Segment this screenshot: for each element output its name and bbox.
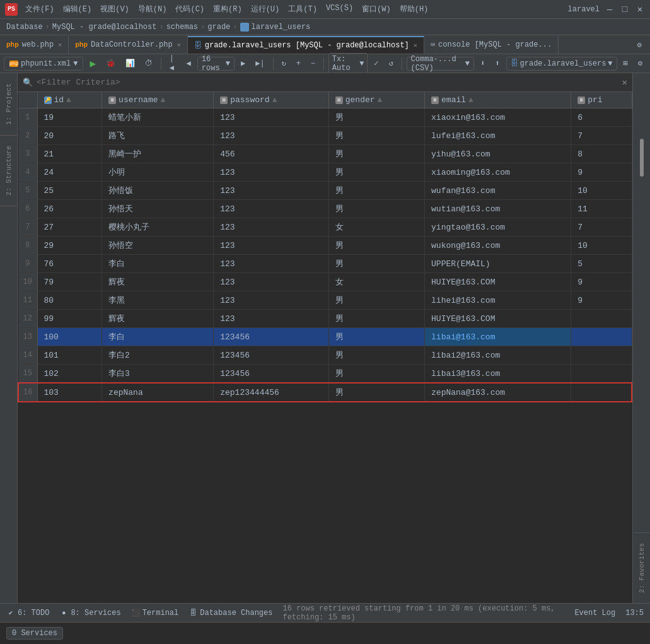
table-row[interactable]: 16103zepNanazep123444456男zepNana@163.com (18, 383, 632, 402)
table-row[interactable]: 220路飞123男lufei@163.com7 (18, 127, 632, 145)
table-row[interactable]: 976李白123男UPPER(EMAIL)5 (18, 255, 632, 273)
tx-select[interactable]: Tx: Auto ▼ (328, 53, 368, 74)
cell-password[interactable]: 123 (214, 127, 329, 145)
cell-gender[interactable]: 男 (328, 237, 424, 255)
cell-password[interactable]: 123 (214, 255, 329, 273)
cell-email[interactable]: lufei@163.com (425, 127, 571, 145)
table-row[interactable]: 1180李黑123男lihei@163.com9 (18, 291, 632, 310)
table-row[interactable]: 525孙悟饭123男wufan@163.com10 (18, 182, 632, 200)
cell-gender[interactable]: 男 (328, 383, 424, 402)
cell-email[interactable]: HUIYE@163.COM (425, 310, 571, 328)
cell-gender[interactable]: 女 (328, 273, 424, 291)
breadcrumb-mysql[interactable]: MySQL - grade@localhost (52, 23, 157, 32)
cell-password[interactable]: 123 (214, 291, 329, 310)
cell-username[interactable]: 孙悟饭 (102, 182, 214, 200)
breadcrumb-table[interactable]: laravel_users (252, 23, 311, 32)
cell-id[interactable]: 79 (37, 273, 102, 291)
cell-email[interactable]: zepNana@163.com (425, 383, 571, 402)
cell-email[interactable]: yingtao@163.com (425, 218, 571, 237)
cell-pri[interactable]: 11 (571, 200, 632, 218)
remove-row-button[interactable]: − (307, 57, 319, 71)
maximize-button[interactable]: □ (620, 4, 630, 15)
cell-pri[interactable] (571, 310, 632, 328)
cell-password[interactable]: 123 (214, 218, 329, 237)
project-panel-toggle[interactable]: 1: Project (0, 73, 17, 136)
cell-pri[interactable]: 9 (571, 273, 632, 291)
cell-email[interactable]: HUIYE@163.COM (425, 273, 571, 291)
cell-gender[interactable]: 男 (328, 182, 424, 200)
cell-pri[interactable]: 9 (571, 163, 632, 182)
cell-password[interactable]: 456 (214, 145, 329, 163)
table-row[interactable]: 829孙悟空123男wukong@163.com10 (18, 237, 632, 255)
cell-pri[interactable]: 7 (571, 218, 632, 237)
cell-username[interactable]: 孙悟空 (102, 237, 214, 255)
nav-last-button[interactable]: ▶| (252, 57, 268, 71)
cell-username[interactable]: 李白 (102, 255, 214, 273)
breadcrumb-schemas[interactable]: schemas (166, 23, 198, 32)
menu-code[interactable]: 代码(C) (171, 3, 208, 16)
scrollbar-thumb[interactable] (640, 139, 644, 177)
todo-status[interactable]: ✔ 6: TODO (6, 609, 49, 618)
cell-email[interactable]: yihu@163.com (425, 145, 571, 163)
minimize-button[interactable]: — (605, 4, 615, 15)
cell-username[interactable]: 孙悟天 (102, 200, 214, 218)
cell-id[interactable]: 27 (37, 218, 102, 237)
cell-username[interactable]: 蜡笔小新 (102, 108, 214, 127)
cell-pri[interactable] (571, 365, 632, 383)
cell-username[interactable]: 路飞 (102, 127, 214, 145)
breadcrumb-database[interactable]: Database (6, 23, 43, 32)
export-format-dropdown[interactable]: Comma-...d (CSV) ▼ (407, 57, 474, 71)
commit-button[interactable]: ✓ (370, 57, 382, 71)
cell-username[interactable]: 李白3 (102, 365, 214, 383)
table-row[interactable]: 424小明123男xiaoming@163.com9 (18, 163, 632, 182)
cell-password[interactable]: 123 (214, 163, 329, 182)
table-row[interactable]: 13100李白123456男libai@163.com (18, 328, 632, 346)
cell-id[interactable]: 102 (37, 365, 102, 383)
cell-pri[interactable]: 7 (571, 127, 632, 145)
cell-email[interactable]: UPPER(EMAIL) (425, 255, 571, 273)
filter-close-button[interactable]: ✕ (622, 77, 627, 88)
cell-id[interactable]: 103 (37, 383, 102, 402)
favorites-panel-toggle[interactable]: 2: Favorites (634, 532, 649, 603)
cell-id[interactable]: 76 (37, 255, 102, 273)
tab-close-datacontroller[interactable]: ✕ (177, 41, 181, 49)
settings-button[interactable]: ⚙ (634, 57, 646, 71)
cell-gender[interactable]: 男 (328, 200, 424, 218)
tab-close-grade-users[interactable]: ✕ (414, 42, 417, 49)
structure-panel-toggle[interactable]: 2: Structure (0, 136, 17, 206)
cell-password[interactable]: 123456 (214, 365, 329, 383)
cell-email[interactable]: wutian@163.com (425, 200, 571, 218)
run-button[interactable]: ▶ (86, 57, 100, 71)
menu-navigate[interactable]: 导航(N) (134, 3, 171, 16)
tab-settings-button[interactable]: ⚙ (634, 39, 645, 50)
table-row[interactable]: 626孙悟天123男wutian@163.com11 (18, 200, 632, 218)
tab-datacontroller[interactable]: php DataController.php ✕ (69, 36, 187, 54)
cell-username[interactable]: 李白 (102, 328, 214, 346)
nav-prev-button[interactable]: ◀ (183, 57, 195, 71)
cell-username[interactable]: 樱桃小丸子 (102, 218, 214, 237)
cell-gender[interactable]: 男 (328, 328, 424, 346)
add-row-button[interactable]: + (293, 57, 305, 71)
cell-id[interactable]: 20 (37, 127, 102, 145)
cell-password[interactable]: zep123444456 (214, 383, 329, 402)
col-header-email[interactable]: ⊞ email ▲ (425, 92, 571, 108)
cell-gender[interactable]: 男 (328, 346, 424, 365)
cell-gender[interactable]: 女 (328, 218, 424, 237)
filter-input[interactable] (37, 78, 618, 87)
cell-id[interactable]: 26 (37, 200, 102, 218)
cell-id[interactable]: 25 (37, 182, 102, 200)
menu-window[interactable]: 窗口(W) (358, 3, 395, 16)
cell-email[interactable]: xiaoming@163.com (425, 163, 571, 182)
cell-username[interactable]: 黑崎一护 (102, 145, 214, 163)
cell-gender[interactable]: 男 (328, 108, 424, 127)
cell-password[interactable]: 123456 (214, 346, 329, 365)
cell-username[interactable]: 李白2 (102, 346, 214, 365)
cell-id[interactable]: 19 (37, 108, 102, 127)
menu-help[interactable]: 帮助(H) (396, 3, 432, 16)
cell-username[interactable]: 辉夜 (102, 310, 214, 328)
cell-password[interactable]: 123 (214, 182, 329, 200)
services-status[interactable]: ● 8: Services (59, 609, 120, 618)
table-row[interactable]: 119蜡笔小新123男xiaoxin@163.com6 (18, 108, 632, 127)
profile-button[interactable]: ⏱ (141, 57, 156, 71)
menu-file[interactable]: 文件(F) (21, 3, 58, 16)
